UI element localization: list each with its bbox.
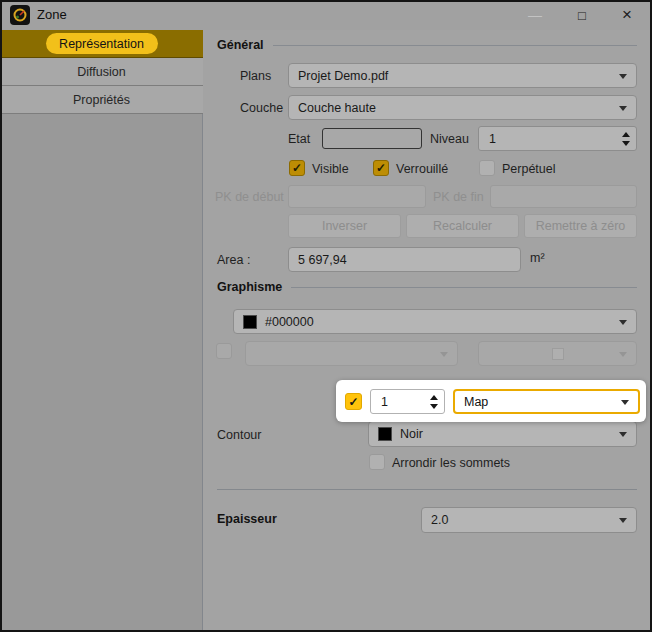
inverser-button: Inverser (288, 214, 401, 238)
area-label: Area : (217, 253, 250, 267)
plans-dropdown[interactable]: Projet Demo.pdf (288, 63, 637, 88)
niveau-spinner-value: 1 (489, 132, 496, 146)
contour-dropdown[interactable]: Noir (368, 421, 637, 447)
area-value: 5 697,94 (298, 253, 347, 267)
sidebar: Représentation Diffusion Propriétés (0, 30, 203, 632)
plans-dropdown-value: Projet Demo.pdf (298, 69, 388, 83)
pk-debut-label: PK de début (215, 190, 284, 204)
texture-spinner-value: 1 (381, 395, 388, 409)
pk-fin-label: PK de fin (433, 190, 484, 204)
header-rule (273, 45, 637, 46)
visible-label: Visible (312, 162, 349, 176)
window-title: Zone (37, 7, 67, 22)
epaisseur-dropdown[interactable]: 2.0 (421, 507, 637, 533)
contour-label: Contour (217, 428, 261, 442)
chevron-down-icon (619, 106, 627, 111)
tab-proprietes[interactable]: Propriétés (0, 86, 203, 114)
black-color-swatch (243, 315, 257, 329)
chevron-down-icon (440, 352, 448, 357)
pk-debut-input (288, 185, 426, 208)
perpetuel-checkbox[interactable] (479, 160, 495, 176)
spinner-up-icon[interactable] (430, 395, 438, 400)
general-header-label: Général (217, 38, 264, 52)
niveau-spinner[interactable]: 1 (478, 126, 637, 151)
maximize-button[interactable]: □ (566, 0, 598, 30)
chevron-down-icon (619, 320, 627, 325)
remettre-a-zero-button: Remettre à zéro (524, 214, 637, 238)
general-section-header: Général (217, 38, 637, 52)
graphisme-header-label: Graphisme (217, 280, 282, 294)
etat-label: Etat (288, 132, 310, 146)
niveau-label: Niveau (430, 132, 469, 146)
chevron-down-icon (619, 74, 627, 79)
perpetuel-label: Perpétuel (502, 162, 556, 176)
minimize-button: — (519, 0, 551, 30)
hatch-pattern-dropdown (245, 341, 458, 366)
app-icon (10, 5, 30, 25)
etat-input[interactable] (322, 128, 422, 149)
empty-swatch (552, 348, 564, 360)
verrouille-label: Verrouillé (396, 162, 448, 176)
couche-label: Couche (240, 101, 283, 115)
section-separator (217, 489, 637, 490)
chevron-down-icon (621, 400, 629, 405)
spinner-arrows (622, 132, 630, 146)
texture-spinner[interactable]: 1 (370, 389, 445, 414)
texture-checkbox[interactable]: ✓ (345, 393, 362, 410)
titlebar: Zone — □ × (0, 0, 652, 30)
area-input[interactable]: 5 697,94 (288, 247, 521, 272)
check-icon: ✓ (348, 396, 358, 408)
spinner-down-icon[interactable] (430, 404, 438, 409)
area-unit: m² (530, 251, 545, 265)
plans-label: Plans (240, 69, 271, 83)
hatch-checkbox (216, 343, 232, 359)
graphisme-section-header: Graphisme (217, 280, 637, 294)
visible-checkbox[interactable]: ✓ (289, 160, 305, 176)
hatch-color-dropdown (478, 341, 637, 366)
couche-dropdown[interactable]: Couche haute (288, 95, 637, 120)
highlight-overlay: ✓ 1 Map (336, 380, 646, 422)
fill-color-value: #000000 (265, 315, 314, 329)
tab-representation[interactable]: Représentation (0, 30, 203, 58)
epaisseur-value: 2.0 (431, 513, 448, 527)
check-icon: ✓ (376, 162, 386, 174)
recalculer-button: Recalculer (406, 214, 519, 238)
chevron-down-icon (619, 518, 627, 523)
contour-value: Noir (400, 427, 423, 441)
spinner-up-icon[interactable] (622, 132, 630, 137)
couche-dropdown-value: Couche haute (298, 101, 376, 115)
pk-fin-input (490, 185, 637, 208)
arrondir-label: Arrondir les sommets (392, 456, 510, 470)
spinner-down-icon[interactable] (622, 141, 630, 146)
fill-color-dropdown[interactable]: #000000 (233, 309, 637, 334)
tab-diffusion[interactable]: Diffusion (0, 58, 203, 86)
verrouille-checkbox[interactable]: ✓ (373, 160, 389, 176)
epaisseur-label: Epaisseur (217, 512, 277, 526)
map-dropdown-value: Map (464, 395, 488, 409)
spinner-arrows (430, 395, 438, 409)
black-color-swatch (378, 427, 392, 441)
tab-representation-pill[interactable]: Représentation (46, 33, 158, 54)
main-panel: Général Plans Projet Demo.pdf Couche Cou… (203, 30, 652, 632)
close-button[interactable]: × (611, 0, 643, 30)
map-dropdown[interactable]: Map (453, 389, 640, 414)
check-icon: ✓ (292, 162, 302, 174)
header-rule (291, 287, 637, 288)
chevron-down-icon (619, 352, 627, 357)
arrondir-checkbox[interactable] (369, 454, 385, 470)
chevron-down-icon (619, 432, 627, 437)
zone-dialog: Zone — □ × Représentation Diffusion Prop… (0, 0, 652, 632)
